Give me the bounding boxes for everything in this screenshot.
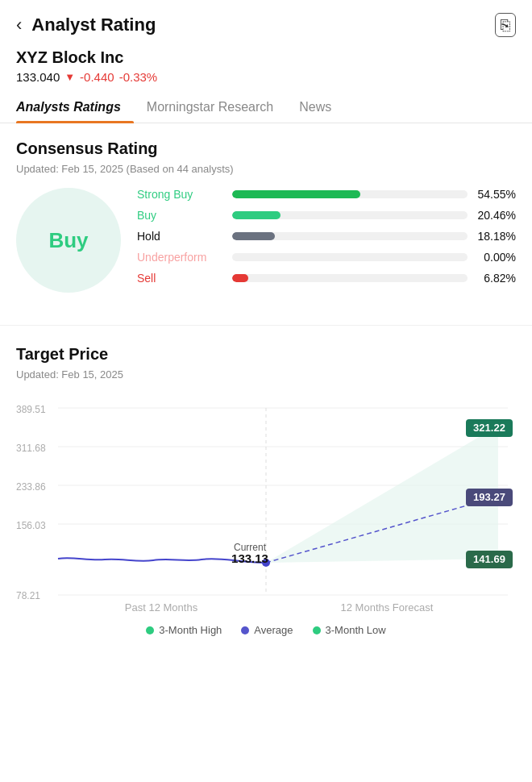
- bar-row-buy: Buy 20.46%: [137, 209, 516, 222]
- back-button[interactable]: ‹: [16, 16, 22, 34]
- consensus-title: Consensus Rating: [16, 139, 516, 158]
- bar-pct-hold: 18.18%: [474, 230, 516, 243]
- bar-row-strong-buy: Strong Buy 54.55%: [137, 188, 516, 201]
- bar-track-strong-buy: [232, 190, 468, 198]
- legend: 3-Month High Average 3-Month Low: [16, 624, 516, 644]
- consensus-container: Buy Strong Buy 54.55% Buy 20.46%: [16, 188, 516, 293]
- high-value: 321.22: [473, 422, 505, 434]
- stock-price: 133.040 ▼ -0.440 -0.33%: [16, 70, 516, 84]
- y-label-5: 78.21: [16, 590, 40, 601]
- target-price-section: Target Price Updated: Feb 15, 2025 389.5…: [0, 334, 532, 652]
- bar-fill-sell: [232, 274, 248, 282]
- legend-label-high: 3-Month High: [159, 624, 222, 636]
- x-label-past: Past 12 Months: [125, 601, 198, 614]
- stock-info: XYZ Block Inc 133.040 ▼ -0.440 -0.33%: [0, 47, 532, 92]
- legend-label-avg: Average: [254, 624, 293, 636]
- consensus-updated: Updated: Feb 15, 2025 (Based on 44 analy…: [16, 163, 516, 175]
- buy-circle: Buy: [16, 188, 121, 293]
- tabs: Analysts Ratings Morningstar Research Ne…: [0, 92, 532, 123]
- y-label-3: 233.86: [16, 481, 46, 493]
- page-title: Analyst Rating: [31, 15, 156, 35]
- price-arrow-icon: ▼: [64, 71, 75, 83]
- bar-fill-strong-buy: [232, 190, 360, 198]
- chart-svg-wrap: 389.51 311.68 233.86 156.03 78.21: [16, 401, 516, 614]
- legend-label-low: 3-Month Low: [326, 624, 386, 636]
- legend-item-high: 3-Month High: [146, 624, 222, 636]
- avg-value: 193.27: [473, 491, 505, 503]
- target-price-title: Target Price: [16, 345, 516, 364]
- chart-container: 389.51 311.68 233.86 156.03 78.21: [16, 393, 516, 614]
- price-change-pct: -0.33%: [119, 70, 158, 84]
- legend-dot-high: [146, 626, 154, 634]
- legend-dot-low: [313, 626, 321, 634]
- bar-label-hold: Hold: [137, 230, 226, 243]
- bar-label-buy: Buy: [137, 209, 226, 222]
- stock-name: XYZ Block Inc: [16, 48, 516, 67]
- legend-item-low: 3-Month Low: [313, 624, 386, 636]
- rating-bars: Strong Buy 54.55% Buy 20.46% Hold: [137, 188, 516, 293]
- legend-item-avg: Average: [241, 624, 293, 636]
- bar-label-strong-buy: Strong Buy: [137, 188, 226, 201]
- header-left: ‹ Analyst Rating: [16, 15, 156, 35]
- y-label-1: 389.51: [16, 404, 46, 415]
- low-value: 141.69: [473, 553, 505, 565]
- header: ‹ Analyst Rating ⎘: [0, 0, 532, 47]
- tab-news[interactable]: News: [286, 92, 344, 123]
- price-value: 133.040: [16, 70, 60, 84]
- current-value: 133.13: [231, 551, 268, 565]
- bar-pct-underperform: 0.00%: [474, 251, 516, 264]
- bar-row-sell: Sell 6.82%: [137, 272, 516, 285]
- bar-pct-buy: 20.46%: [474, 209, 516, 222]
- bar-pct-strong-buy: 54.55%: [474, 188, 516, 201]
- bar-fill-buy: [232, 211, 281, 219]
- price-chart: 389.51 311.68 233.86 156.03 78.21: [16, 401, 516, 611]
- x-label-forecast: 12 Months Forecast: [341, 601, 434, 614]
- legend-dot-avg: [241, 626, 249, 634]
- bar-track-buy: [232, 211, 468, 219]
- bar-track-hold: [232, 232, 468, 240]
- bar-fill-hold: [232, 232, 275, 240]
- bar-label-sell: Sell: [137, 272, 226, 285]
- price-change: -0.440: [80, 70, 114, 84]
- bar-track-underperform: [232, 253, 468, 261]
- buy-label: Buy: [48, 228, 88, 253]
- consensus-section: Consensus Rating Updated: Feb 15, 2025 (…: [0, 123, 532, 317]
- section-divider: [0, 325, 532, 326]
- target-price-updated: Updated: Feb 15, 2025: [16, 368, 516, 381]
- bar-track-sell: [232, 274, 468, 282]
- tab-analysts-ratings[interactable]: Analysts Ratings: [16, 92, 134, 123]
- bar-row-underperform: Underperform 0.00%: [137, 251, 516, 264]
- tab-morningstar-research[interactable]: Morningstar Research: [134, 92, 286, 123]
- share-button[interactable]: ⎘: [495, 13, 516, 37]
- bar-label-underperform: Underperform: [137, 251, 226, 264]
- y-label-4: 156.03: [16, 520, 46, 531]
- y-label-2: 311.68: [16, 443, 46, 454]
- bar-pct-sell: 6.82%: [474, 272, 516, 285]
- bar-row-hold: Hold 18.18%: [137, 230, 516, 243]
